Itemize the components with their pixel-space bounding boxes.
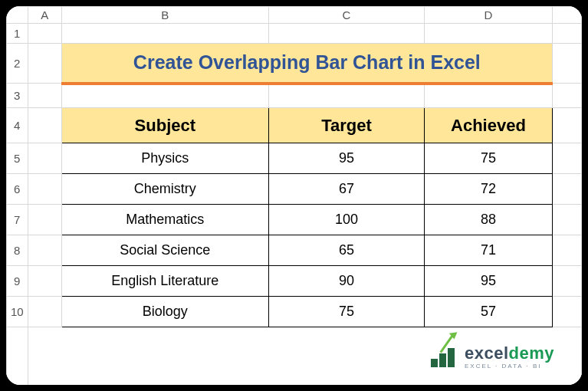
table-row[interactable]: 75 [425,143,553,174]
table-row[interactable]: Biology [61,297,268,327]
table-row[interactable]: 100 [268,205,424,235]
cell[interactable] [552,235,581,266]
cell[interactable] [28,84,61,108]
cell[interactable] [28,235,61,266]
cell[interactable] [552,143,581,174]
cell[interactable] [552,84,581,108]
cell[interactable] [28,266,61,297]
table-row[interactable]: 57 [425,297,553,327]
cell[interactable] [61,24,268,44]
row-header-10[interactable]: 10 [7,297,28,327]
row-header-7[interactable]: 7 [7,205,28,235]
row-header-1[interactable]: 1 [7,24,28,44]
col-header-d[interactable]: D [425,7,553,24]
cell[interactable] [552,266,581,297]
table-row[interactable]: Physics [61,143,268,174]
col-header-blank [552,7,581,24]
logo-subtext: EXCEL · DATA · BI [465,363,554,370]
row-header-2[interactable]: 2 [7,44,28,84]
table-header-target[interactable]: Target [268,108,424,143]
cell[interactable] [28,174,61,205]
cell[interactable] [425,84,553,108]
cell[interactable] [552,205,581,235]
page-title[interactable]: Create Overlapping Bar Chart in Excel [61,44,552,84]
col-header-c[interactable]: C [268,7,424,24]
table-row[interactable]: 65 [268,235,424,266]
col-header-a[interactable]: A [28,7,61,24]
cell[interactable] [28,24,61,44]
spreadsheet-frame: A B C D 1 2 Create Overlapping Bar Chart… [6,6,582,385]
row-header-8[interactable]: 8 [7,235,28,266]
table-row[interactable]: Social Science [61,235,268,266]
table-row[interactable]: 71 [425,235,553,266]
logo: exceldemy EXCEL · DATA · BI [431,345,554,370]
row-header-3[interactable]: 3 [7,84,28,108]
row-header-9[interactable]: 9 [7,266,28,297]
cell[interactable] [552,24,581,44]
cell[interactable] [552,297,581,327]
cell[interactable] [425,24,553,44]
cell[interactable] [28,297,61,327]
table-row[interactable]: Mathematics [61,205,268,235]
cell[interactable] [552,44,581,84]
cell[interactable] [552,108,581,143]
table-row[interactable]: 95 [425,266,553,297]
cell[interactable] [552,174,581,205]
table-row[interactable]: Chemistry [61,174,268,205]
table-row[interactable]: 95 [268,143,424,174]
row-header-blank [7,327,28,386]
spreadsheet-grid: A B C D 1 2 Create Overlapping Bar Chart… [6,6,582,385]
table-header-subject[interactable]: Subject [61,108,268,143]
cell[interactable] [268,24,424,44]
cell[interactable] [28,205,61,235]
cell[interactable] [28,143,61,174]
table-row[interactable]: 90 [268,266,424,297]
cell[interactable] [28,44,61,84]
table-row[interactable]: 88 [425,205,553,235]
table-header-achieved[interactable]: Achieved [425,108,553,143]
table-row[interactable]: 72 [425,174,553,205]
logo-bars-icon [431,347,460,367]
row-header-6[interactable]: 6 [7,174,28,205]
logo-text: exceldemy [465,345,554,362]
table-row[interactable]: 75 [268,297,424,327]
table-row[interactable]: English Literature [61,266,268,297]
col-header-b[interactable]: B [61,7,268,24]
table-row[interactable]: 67 [268,174,424,205]
select-all-corner[interactable] [7,7,28,24]
cell[interactable] [61,84,268,108]
cell[interactable] [268,84,424,108]
row-header-5[interactable]: 5 [7,143,28,174]
cell[interactable] [28,108,61,143]
row-header-4[interactable]: 4 [7,108,28,143]
